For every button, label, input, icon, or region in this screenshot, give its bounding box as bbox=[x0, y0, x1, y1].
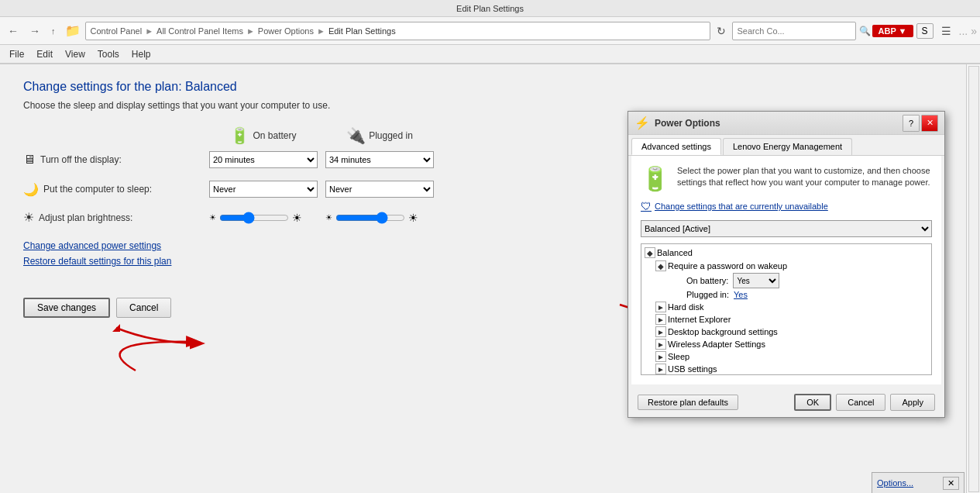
dialog-footer-left: Restore plan defaults bbox=[638, 395, 738, 410]
tree-expand-usb[interactable]: ► bbox=[655, 364, 666, 374]
dialog-close-button[interactable]: ✕ bbox=[921, 115, 938, 132]
menu-file[interactable]: File bbox=[3, 47, 30, 62]
up-button[interactable]: ↑ bbox=[46, 24, 60, 38]
page-title: Change settings for the plan: Balanced bbox=[23, 80, 943, 94]
breadcrumb-part-3: Power Options bbox=[258, 26, 314, 36]
cancel-button[interactable]: Cancel bbox=[116, 298, 171, 318]
dialog-power-icon: ⚡ bbox=[634, 115, 650, 130]
forward-button[interactable]: → bbox=[25, 22, 45, 40]
tree-collapse-balanced[interactable]: ◆ bbox=[645, 247, 655, 258]
plan-dropdown[interactable]: Balanced [Active] Power saver High perfo… bbox=[641, 220, 932, 237]
tree-label-wireless: Wireless Adapter Settings bbox=[668, 340, 765, 349]
dialog-info-row: 🔋 Select the power plan that you want to… bbox=[641, 165, 932, 192]
display-label: 🖥 Turn off the display: bbox=[23, 153, 194, 167]
breadcrumb-part-1: Control Panel bbox=[91, 26, 143, 36]
dialog-apply-button[interactable]: Apply bbox=[890, 394, 935, 411]
menu-edit[interactable]: Edit bbox=[30, 47, 59, 62]
tree-label-sleep: Sleep bbox=[668, 352, 689, 361]
tree-select-on-battery[interactable]: YesNo bbox=[733, 273, 779, 288]
sleep-label-text: Put the computer to sleep: bbox=[43, 184, 152, 195]
addon-button[interactable]: ABP ▼ bbox=[872, 25, 913, 37]
brightness-min-icon-battery: ☀ bbox=[209, 213, 216, 222]
tree-label-on-battery: On battery: bbox=[686, 276, 728, 285]
tree-expand-wireless[interactable]: ► bbox=[655, 339, 666, 350]
menu-view[interactable]: View bbox=[59, 47, 91, 62]
tree-label-plugged-in: Plugged in: bbox=[686, 290, 729, 299]
refresh-button[interactable]: ↻ bbox=[712, 22, 731, 40]
dialog-ok-button[interactable]: OK bbox=[794, 394, 831, 411]
sleep-plugged-select[interactable]: Never 1 minute5 minutes10 minutes 15 min… bbox=[325, 181, 434, 198]
restore-defaults-link[interactable]: Restore default settings for this plan bbox=[23, 256, 171, 267]
tree-row-desktop-bg[interactable]: ► Desktop background settings bbox=[654, 326, 930, 338]
tree-view[interactable]: ◆ Balanced ◆ Require a password on wakeu… bbox=[641, 243, 932, 375]
tree-row-wireless[interactable]: ► Wireless Adapter Settings bbox=[654, 338, 930, 350]
search-input[interactable] bbox=[732, 22, 856, 40]
display-battery-select[interactable]: 20 minutes 1 minute5 minutes10 minutes 1… bbox=[209, 151, 318, 168]
plugged-header: 🔌 Plugged in bbox=[325, 126, 434, 145]
tree-expand-hard-disk[interactable]: ► bbox=[655, 302, 666, 312]
tree-link-plugged-in[interactable]: Yes bbox=[734, 290, 748, 299]
tree-row-ie[interactable]: ► Internet Explorer bbox=[654, 313, 930, 326]
s-icon-button[interactable]: S bbox=[916, 23, 934, 39]
tab-advanced-settings[interactable]: Advanced settings bbox=[631, 138, 721, 155]
dialog-footer-right: OK Cancel Apply bbox=[794, 394, 935, 411]
dialog-cancel-button[interactable]: Cancel bbox=[836, 394, 885, 411]
title-bar: Edit Plan Settings bbox=[0, 0, 980, 17]
display-dropdowns: 20 minutes 1 minute5 minutes10 minutes 1… bbox=[209, 151, 434, 168]
address-bar[interactable]: Control Panel ► All Control Panel Items … bbox=[85, 22, 710, 40]
brightness-plugged-slider[interactable] bbox=[335, 212, 405, 224]
tree-row-password[interactable]: ◆ Require a password on wakeup bbox=[654, 260, 930, 272]
display-plugged-select[interactable]: 34 minutes 1 minute5 minutes10 minutes 1… bbox=[325, 151, 434, 168]
tree-row-plugged-in: Plugged in: Yes bbox=[665, 289, 930, 300]
dialog-footer: Restore plan defaults OK Cancel Apply bbox=[628, 388, 944, 417]
save-button[interactable]: Save changes bbox=[23, 298, 110, 318]
tree-row-balanced[interactable]: ◆ Balanced bbox=[643, 246, 930, 259]
dialog-change-link[interactable]: 🛡 Change settings that are currently una… bbox=[641, 200, 932, 212]
tree-collapse-password[interactable]: ◆ bbox=[655, 260, 666, 271]
tree-expand-ie[interactable]: ► bbox=[655, 314, 666, 325]
right-scrollbar[interactable] bbox=[966, 64, 980, 493]
advanced-power-link[interactable]: Change advanced power settings bbox=[23, 240, 161, 251]
tree-label-balanced: Balanced bbox=[657, 248, 693, 257]
menu-tools[interactable]: Tools bbox=[91, 47, 126, 62]
menu-help[interactable]: Help bbox=[126, 47, 157, 62]
tree-balanced-children: ◆ Require a password on wakeup On batter… bbox=[654, 259, 930, 375]
menu-icon-button[interactable]: ☰ bbox=[937, 22, 956, 40]
dialog-tabs: Advanced settings Lenovo Energy Manageme… bbox=[628, 135, 944, 156]
battery-icon: 🔋 bbox=[230, 126, 249, 145]
dialog-title-buttons: ? ✕ bbox=[903, 115, 938, 132]
taskbar-close-button[interactable]: ✕ bbox=[943, 477, 959, 490]
back-button[interactable]: ← bbox=[3, 22, 23, 40]
tab-lenovo-energy[interactable]: Lenovo Energy Management bbox=[723, 138, 852, 155]
sleep-dropdowns: Never 1 minute5 minutes10 minutes 15 min… bbox=[209, 181, 434, 198]
battery-label: On battery bbox=[253, 130, 296, 141]
battery-header: 🔋 On battery bbox=[209, 126, 318, 145]
change-link-text: Change settings that are currently unava… bbox=[655, 202, 828, 211]
tree-expand-desktop-bg[interactable]: ► bbox=[655, 326, 666, 337]
brightness-max-icon-plugged: ☀ bbox=[408, 212, 418, 224]
breadcrumb-part-2: All Control Panel Items bbox=[156, 26, 243, 36]
display-icon: 🖥 bbox=[23, 153, 36, 167]
tree-expand-sleep[interactable]: ► bbox=[655, 351, 666, 362]
dialog-body: 🔋 Select the power plan that you want to… bbox=[631, 156, 941, 384]
tree-row-sleep[interactable]: ► Sleep bbox=[654, 350, 930, 363]
sleep-battery-select[interactable]: Never 1 minute5 minutes10 minutes 15 min… bbox=[209, 181, 318, 198]
options-label[interactable]: Options... bbox=[877, 478, 913, 488]
tree-row-hard-disk[interactable]: ► Hard disk bbox=[654, 301, 930, 313]
navigation-bar: ← → ↑ 📁 Control Panel ► All Control Pane… bbox=[0, 17, 980, 45]
power-options-dialog[interactable]: ⚡ Power Options ? ✕ Advanced settings Le… bbox=[628, 111, 945, 418]
sleep-icon: 🌙 bbox=[23, 182, 39, 197]
plug-icon: 🔌 bbox=[346, 126, 366, 145]
folder-icon: 📁 bbox=[65, 23, 81, 38]
brightness-battery-slider[interactable] bbox=[219, 212, 289, 224]
brightness-plugged-slider-wrap: ☀ ☀ bbox=[325, 212, 434, 224]
scrollbar-track[interactable] bbox=[968, 66, 979, 492]
tree-item-balanced: ◆ Balanced ◆ Require a password on wakeu… bbox=[643, 246, 930, 375]
tree-row-usb[interactable]: ► USB settings bbox=[654, 363, 930, 375]
dialog-help-button[interactable]: ? bbox=[903, 115, 920, 132]
tree-label-password: Require a password on wakeup bbox=[668, 261, 787, 271]
tree-password-children: On battery: YesNo Plugged in: Yes bbox=[665, 272, 930, 300]
restore-plan-defaults-button[interactable]: Restore plan defaults bbox=[638, 395, 738, 410]
menu-bar: File Edit View Tools Help bbox=[0, 45, 980, 64]
taskbar-options-panel: Options... ✕ bbox=[872, 472, 965, 493]
